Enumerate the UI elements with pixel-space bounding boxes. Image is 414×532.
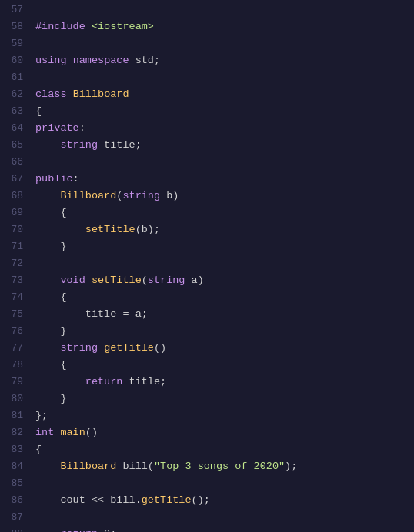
code-line: Billboard(string b) <box>35 188 414 204</box>
token: cout <box>35 492 85 509</box>
token: title; <box>122 374 166 391</box>
token: <iostream> <box>92 18 154 35</box>
code-line <box>35 475 414 492</box>
token: () <box>85 424 98 441</box>
code-line: } <box>35 238 414 255</box>
line-number: 79 <box>0 374 23 391</box>
token: bill <box>110 492 135 509</box>
line-number: 65 <box>0 137 23 154</box>
line-number: 77 <box>0 340 23 357</box>
token <box>35 374 85 391</box>
token: (); <box>192 492 210 509</box>
token: using <box>35 52 67 69</box>
code-line: Billboard bill("Top 3 songs of 2020"); <box>35 458 414 475</box>
token: : <box>73 171 79 188</box>
code-line: void setTitle(string a) <box>35 272 414 289</box>
token: b) <box>160 188 179 204</box>
code-line: #include <iostream> <box>35 18 414 35</box>
token <box>35 272 60 289</box>
token: getTitle <box>142 492 192 509</box>
line-number: 73 <box>0 272 23 289</box>
token: std <box>129 52 154 69</box>
token: { <box>35 289 67 306</box>
token: 0; <box>98 526 116 532</box>
code-line <box>35 509 414 526</box>
code-content: #include <iostream>using namespace std;c… <box>29 2 414 532</box>
line-number: 74 <box>0 289 23 306</box>
token: Billboard <box>60 188 116 204</box>
line-number: 84 <box>0 458 23 475</box>
token: . <box>135 492 142 509</box>
line-number: 85 <box>0 475 23 492</box>
token: { <box>35 441 42 458</box>
token: string <box>35 137 98 154</box>
line-number: 58 <box>0 18 23 35</box>
code-line: setTitle(b); <box>35 221 414 238</box>
token <box>67 86 73 103</box>
line-number: 66 <box>0 154 23 171</box>
token: : <box>79 120 85 137</box>
token: string <box>122 188 160 204</box>
token: ; <box>154 52 160 69</box>
token: ); <box>285 458 297 475</box>
token <box>35 526 60 532</box>
token: } <box>35 323 67 340</box>
token <box>85 272 92 289</box>
line-number: 76 <box>0 323 23 340</box>
token: = a; <box>116 306 148 323</box>
line-number: 70 <box>0 221 23 238</box>
token <box>54 424 60 441</box>
line-number: 78 <box>0 357 23 374</box>
token: setTitle <box>85 221 135 238</box>
token: { <box>35 103 42 120</box>
code-line: { <box>35 357 414 374</box>
token <box>35 188 60 204</box>
code-line: { <box>35 289 414 306</box>
token: setTitle <box>92 272 142 289</box>
token: string <box>60 340 98 357</box>
code-line <box>35 2 414 18</box>
token <box>35 340 60 357</box>
token: void <box>60 272 85 289</box>
token: bill <box>116 458 148 475</box>
line-number: 64 <box>0 120 23 137</box>
line-number: 57 <box>0 2 23 18</box>
line-number: 67 <box>0 171 23 188</box>
token: Billboard <box>60 458 116 475</box>
line-number: 68 <box>0 188 23 204</box>
line-number: 88 <box>0 526 23 532</box>
token: #include <box>35 18 85 35</box>
token: ; <box>135 137 142 154</box>
token: main <box>60 424 85 441</box>
line-number: 81 <box>0 407 23 424</box>
code-line: }; <box>35 407 414 424</box>
line-number: 63 <box>0 103 23 120</box>
code-line: return 0; <box>35 526 414 532</box>
line-number: 82 <box>0 424 23 441</box>
code-editor: 5758596061626364656667686970717273747576… <box>0 0 414 532</box>
line-number: 80 <box>0 391 23 407</box>
code-line <box>35 255 414 272</box>
token: "Top 3 songs of 2020" <box>154 458 285 475</box>
token: class <box>35 86 67 103</box>
code-line: cout << bill.getTitle(); <box>35 492 414 509</box>
token: private <box>35 120 79 137</box>
line-number: 62 <box>0 86 23 103</box>
token: (b); <box>135 221 160 238</box>
token: return <box>85 374 123 391</box>
token: ( <box>142 272 148 289</box>
token: ( <box>116 188 122 204</box>
token: title <box>98 137 135 154</box>
line-number: 86 <box>0 492 23 509</box>
line-number: 59 <box>0 35 23 52</box>
token: } <box>35 391 67 407</box>
code-line: using namespace std; <box>35 52 414 69</box>
code-line <box>35 35 414 52</box>
token <box>98 340 104 357</box>
line-number: 61 <box>0 69 23 86</box>
code-line: title = a; <box>35 306 414 323</box>
code-line: { <box>35 204 414 221</box>
code-line: string title; <box>35 137 414 154</box>
line-number: 60 <box>0 52 23 69</box>
token <box>35 458 60 475</box>
